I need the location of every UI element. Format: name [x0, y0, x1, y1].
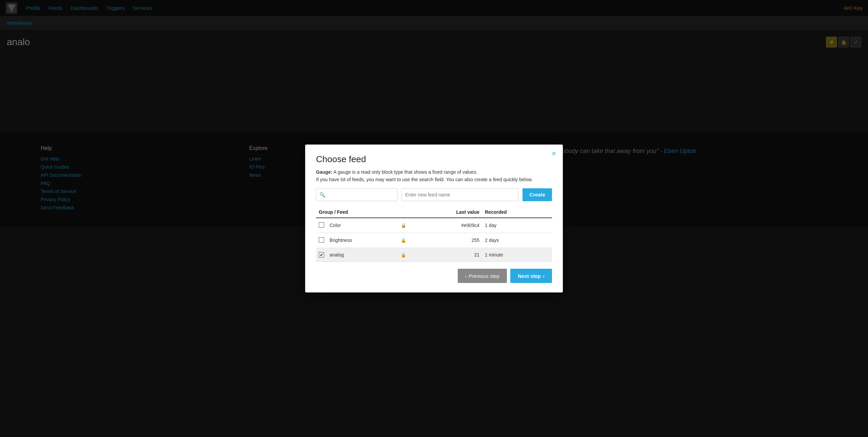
- lock-icon: 🔒: [401, 238, 406, 243]
- feed-name-cell: analog: [327, 248, 398, 262]
- feed-lock-cell: 🔒: [398, 218, 409, 233]
- table-row[interactable]: Brightness 🔒 255 2 days: [316, 233, 552, 248]
- feed-checkbox-cell[interactable]: [316, 233, 327, 248]
- modal-description-bold: Gauge:: [316, 169, 332, 175]
- choose-feed-modal: × Choose feed Gauge: A gauge is a read o…: [305, 145, 563, 293]
- table-row[interactable]: ✔ analog 🔒 21 1 minute: [316, 248, 552, 262]
- feed-table: Group / Feed Last value Recorded Color 🔒…: [316, 207, 552, 262]
- feed-name-cell: Color: [327, 218, 398, 233]
- lock-icon: 🔒: [401, 252, 406, 258]
- col-recorded: Recorded: [482, 207, 552, 218]
- table-row[interactable]: Color 🔒 #e909c4 1 day: [316, 218, 552, 233]
- feed-checkbox[interactable]: [319, 222, 324, 228]
- search-wrapper: 🔍: [316, 188, 397, 201]
- create-feed-button[interactable]: Create: [522, 188, 552, 201]
- modal-hint: If you have lot of feeds, you may want t…: [316, 177, 552, 182]
- col-group-feed: Group / Feed: [316, 207, 409, 218]
- modal-description: Gauge: A gauge is a read only block type…: [316, 169, 552, 175]
- modal-close-button[interactable]: ×: [552, 150, 556, 157]
- search-input[interactable]: [316, 188, 397, 201]
- feed-name-cell: Brightness: [327, 233, 398, 248]
- lock-icon: 🔒: [401, 223, 406, 228]
- feed-last-value: 21: [409, 248, 482, 262]
- modal-title: Choose feed: [316, 154, 552, 165]
- next-step-button[interactable]: Next step ›: [510, 269, 552, 283]
- modal-overlay: × Choose feed Gauge: A gauge is a read o…: [0, 0, 868, 437]
- feed-last-value: #e909c4: [409, 218, 482, 233]
- new-feed-name-input[interactable]: [401, 188, 518, 201]
- search-icon: 🔍: [319, 192, 325, 197]
- table-header-row: Group / Feed Last value Recorded: [316, 207, 552, 218]
- next-chevron-icon: ›: [543, 273, 545, 279]
- col-last-value: Last value: [409, 207, 482, 218]
- feed-recorded: 1 day: [482, 218, 552, 233]
- feed-checkbox-cell[interactable]: ✔: [316, 248, 327, 262]
- feed-checkbox-cell[interactable]: [316, 218, 327, 233]
- prev-chevron-icon: ‹: [465, 273, 467, 279]
- feed-lock-cell: 🔒: [398, 233, 409, 248]
- previous-step-button[interactable]: ‹ Previous step: [458, 269, 507, 283]
- modal-description-text: A gauge is a read only block type that s…: [333, 169, 477, 175]
- search-create-row: 🔍 Create: [316, 188, 552, 201]
- feed-recorded: 1 minute: [482, 248, 552, 262]
- feed-lock-cell: 🔒: [398, 248, 409, 262]
- feed-checkbox[interactable]: [319, 237, 324, 243]
- feed-last-value: 255: [409, 233, 482, 248]
- feed-recorded: 2 days: [482, 233, 552, 248]
- modal-footer: ‹ Previous step Next step ›: [316, 269, 552, 283]
- prev-step-label: Previous step: [469, 273, 500, 279]
- next-step-label: Next step: [518, 273, 541, 279]
- feed-checkbox[interactable]: ✔: [319, 252, 324, 258]
